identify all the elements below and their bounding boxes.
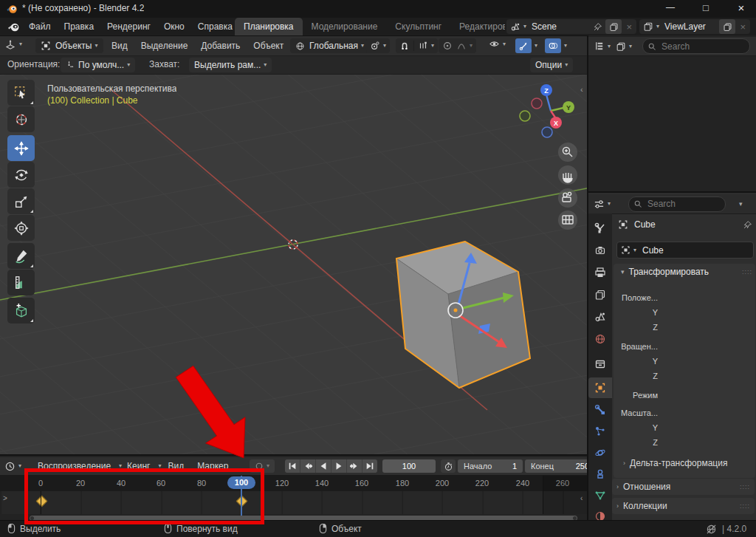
chevron-down-icon[interactable]: ▾ <box>564 43 567 49</box>
use-preview-range-button[interactable] <box>441 459 456 473</box>
menu-select[interactable]: Выделение <box>134 37 195 55</box>
frame-end-field[interactable]: Конец 250 <box>525 459 587 473</box>
tab-output-icon[interactable] <box>594 267 606 278</box>
menu-add[interactable]: Добавить <box>194 37 247 55</box>
collections-panel-header[interactable]: › Коллекции :::: <box>612 498 755 514</box>
menu-help[interactable]: Справка <box>191 18 239 35</box>
properties-editor-button[interactable]: ▾ <box>594 199 611 210</box>
tab-modifiers-icon[interactable] <box>594 404 606 416</box>
measure-tool[interactable] <box>7 270 35 295</box>
current-frame-field[interactable]: 100 <box>382 459 436 473</box>
tab-sculpting[interactable]: Скульптинг <box>386 18 450 35</box>
prev-keyframe-button[interactable] <box>300 459 316 473</box>
orientation-dropdown[interactable]: Глобальная ▾ <box>290 38 369 53</box>
chevron-down-icon[interactable]: ▾ <box>535 43 537 49</box>
chevron-down-icon[interactable]: ▾ <box>656 24 659 30</box>
editor-type-button[interactable]: ▾ <box>4 38 22 50</box>
channel-expand-icon[interactable]: > <box>3 494 7 502</box>
object-name-field[interactable]: ▾ Cube <box>616 242 754 259</box>
menu-object[interactable]: Объект <box>247 37 290 55</box>
tab-tool-icon[interactable] <box>594 222 606 234</box>
jump-to-end-button[interactable] <box>362 459 377 473</box>
play-button[interactable] <box>331 459 347 473</box>
select-box-tool[interactable] <box>7 80 35 106</box>
tab-world-icon[interactable] <box>594 333 606 345</box>
tab-physics-icon[interactable] <box>594 447 606 459</box>
menu-render[interactable]: Рендеринг <box>100 18 157 35</box>
remove-viewlayer-icon[interactable]: × <box>735 21 750 33</box>
breadcrumb-label[interactable]: Cube <box>634 219 743 230</box>
properties-search[interactable] <box>628 196 726 212</box>
outliner-search-input[interactable] <box>660 41 745 52</box>
camera-view-button[interactable] <box>558 188 577 208</box>
tab-viewlayer-icon[interactable] <box>594 289 606 301</box>
tab-data-icon[interactable] <box>594 490 606 502</box>
next-keyframe-button[interactable] <box>347 459 362 473</box>
properties-search-input[interactable] <box>646 198 721 210</box>
tab-render-icon[interactable] <box>594 244 606 256</box>
drag-grip-icon[interactable]: :::: <box>740 502 750 510</box>
menu-file[interactable]: Файл <box>22 18 58 35</box>
play-reverse-button[interactable] <box>316 459 331 473</box>
pin-icon[interactable] <box>743 220 752 230</box>
snap-setting-dropdown[interactable]: Выделить рам... ▾ <box>189 58 272 72</box>
tab-constraints-icon[interactable] <box>594 468 606 480</box>
move-tool[interactable] <box>7 135 35 161</box>
tab-particles-icon[interactable] <box>594 425 606 437</box>
gizmos-toggle[interactable] <box>515 38 532 53</box>
transform-tool[interactable] <box>7 215 35 241</box>
transform-panel-header[interactable]: ▾ Трансформировать :::: <box>618 267 752 277</box>
frame-start-field[interactable]: Начало 1 <box>458 459 523 473</box>
relations-panel-header[interactable]: › Отношения :::: <box>612 479 755 495</box>
outliner-search[interactable] <box>642 38 750 54</box>
tab-editing[interactable]: Редактирован <box>450 18 505 35</box>
chevron-down-icon[interactable]: ▾ <box>431 43 434 49</box>
scene-icon[interactable] <box>510 21 520 32</box>
add-cube-tool[interactable] <box>7 298 35 324</box>
zoom-button[interactable] <box>558 143 577 162</box>
new-viewlayer-button[interactable] <box>719 19 735 34</box>
viewlayer-icon[interactable] <box>643 21 653 32</box>
unlink-scene-icon[interactable]: × <box>622 21 636 33</box>
minimize-button[interactable]: — <box>656 2 685 13</box>
tab-collection-icon[interactable] <box>594 358 606 370</box>
tab-object-icon[interactable] <box>594 382 606 394</box>
blender-menu-icon[interactable] <box>7 21 20 33</box>
delta-transform-header[interactable]: › Дельта-трансформация <box>620 458 753 468</box>
proportional-edit-icon[interactable] <box>442 41 453 51</box>
tab-modeling[interactable]: Моделирование <box>303 18 387 35</box>
outliner-editor-button[interactable]: ▾ <box>594 41 611 52</box>
chevron-down-icon[interactable]: ▾ <box>523 24 526 30</box>
falloff-curve-icon[interactable] <box>456 41 467 51</box>
drag-grip-icon[interactable]: :::: <box>742 268 752 276</box>
properties-options-button[interactable]: ▾ <box>739 201 743 208</box>
outliner-display-mode-button[interactable]: ▾ <box>616 41 632 52</box>
snap-target-icon[interactable] <box>418 41 428 51</box>
options-dropdown[interactable]: Опции ▾ <box>530 58 573 72</box>
new-scene-button[interactable] <box>605 19 622 34</box>
overlays-toggle[interactable] <box>545 38 561 53</box>
menu-edit[interactable]: Правка <box>58 18 101 35</box>
annotate-tool[interactable] <box>7 243 35 269</box>
cursor-tool[interactable] <box>7 106 35 132</box>
rotate-tool[interactable] <box>7 162 35 188</box>
scene-name[interactable]: Scene <box>532 21 593 32</box>
sidebar-collapse-icon[interactable]: ‹ <box>580 85 583 94</box>
menu-view[interactable]: Вид <box>105 37 134 55</box>
pin-icon[interactable] <box>593 22 602 32</box>
viewport-3d[interactable]: Z Y X <box>0 75 587 454</box>
chevron-down-icon[interactable]: ▾ <box>470 43 472 49</box>
scale-tool[interactable] <box>7 188 35 214</box>
orientation-setting-dropdown[interactable]: По умолч... ▾ <box>61 58 135 72</box>
visibility-dropdown[interactable]: ▾ <box>489 38 506 49</box>
tab-layout[interactable]: Планировка <box>235 18 303 35</box>
mode-selector[interactable]: Объекты ▾ <box>35 38 103 53</box>
menu-window[interactable]: Окно <box>157 18 191 35</box>
maximize-button[interactable]: □ <box>691 2 721 13</box>
tab-scene-icon[interactable] <box>594 311 606 323</box>
pivot-dropdown[interactable]: ▾ <box>366 38 390 53</box>
timeline-editor-button[interactable]: ▾ <box>4 461 21 472</box>
viewlayer-name[interactable]: ViewLayer <box>664 21 719 32</box>
jump-to-start-button[interactable] <box>285 459 300 473</box>
close-button[interactable]: × <box>726 1 756 14</box>
